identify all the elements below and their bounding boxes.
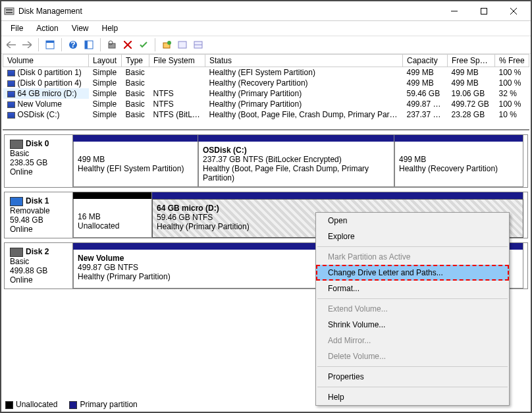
toolbar-btn-6[interactable]: [175, 38, 190, 52]
col-pctfree[interactable]: % Free: [495, 55, 529, 67]
legend-primary: Primary partition: [80, 400, 137, 409]
menubar: File Action View Help: [1, 21, 531, 36]
disk-name: Disk 2: [26, 247, 49, 256]
menu-file[interactable]: File: [5, 22, 28, 34]
disk-size: 238.35 GB: [10, 158, 67, 167]
disk-icon: [10, 197, 23, 206]
back-button[interactable]: [4, 38, 18, 52]
legend-unallocated: Unallocated: [16, 400, 57, 409]
toolbar-btn-1[interactable]: [43, 38, 57, 52]
menu-view[interactable]: View: [66, 22, 94, 34]
svg-rect-1: [6, 9, 13, 11]
minimize-button[interactable]: [439, 2, 469, 20]
col-capacity[interactable]: Capacity: [403, 55, 448, 67]
volume-row[interactable]: 64 GB micro (D:)SimpleBasicNTFSHealthy (…: [3, 88, 529, 99]
volume-icon: [7, 80, 15, 87]
disk-kind: Removable: [10, 206, 67, 215]
svg-rect-4: [481, 8, 487, 14]
svg-rect-2: [6, 12, 13, 13]
ctx-help[interactable]: Help: [316, 389, 509, 405]
volume-icon: [7, 112, 15, 119]
disk-name: Disk 1: [26, 196, 49, 206]
disk-icon: [10, 248, 23, 257]
disk-size: 59.48 GB: [10, 215, 67, 225]
delete-button[interactable]: [120, 38, 135, 52]
disk-state: Online: [10, 275, 67, 285]
disk-icon: [10, 140, 23, 149]
close-button[interactable]: [498, 2, 528, 20]
partition-label: OSDisk (C:): [203, 146, 390, 155]
menu-action[interactable]: Action: [31, 22, 63, 34]
col-volume[interactable]: Volume: [3, 55, 89, 67]
ctx-format[interactable]: Format...: [316, 281, 509, 296]
legend: Unallocated Primary partition: [5, 400, 138, 409]
volume-table[interactable]: Volume Layout Type File System Status Ca…: [3, 54, 529, 130]
toolbar: ?: [1, 36, 531, 54]
partition[interactable]: 16 MBUnallocated: [73, 199, 152, 238]
disk-info[interactable]: Disk 0Basic238.35 GBOnline: [5, 135, 73, 187]
partition[interactable]: 499 MBHealthy (Recovery Partition): [394, 142, 523, 187]
partition-status: Unallocated: [78, 221, 147, 231]
partition[interactable]: OSDisk (C:)237.37 GB NTFS (BitLocker Enc…: [198, 142, 394, 187]
partition-size: 237.37 GB NTFS (BitLocker Encrypted): [203, 155, 390, 164]
col-type[interactable]: Type: [122, 55, 149, 67]
disk-state: Online: [10, 225, 67, 234]
partition-status: Healthy (Recovery Partition): [399, 164, 519, 173]
partition-size: 16 MB: [78, 212, 147, 221]
col-free[interactable]: Free Space: [448, 55, 495, 67]
disk-size: 499.88 GB: [10, 266, 67, 275]
disk-kind: Basic: [10, 149, 67, 158]
ctx-properties[interactable]: Properties: [316, 369, 509, 385]
svg-rect-8: [46, 41, 54, 43]
svg-rect-19: [178, 41, 186, 48]
partition-status: Healthy (Boot, Page File, Crash Dump, Pr…: [203, 164, 390, 182]
ctx-shrink[interactable]: Shrink Volume...: [316, 317, 509, 333]
window-title: Disk Management: [18, 7, 439, 16]
menu-help[interactable]: Help: [97, 22, 124, 34]
toolbar-btn-7[interactable]: [191, 38, 205, 52]
svg-point-18: [167, 41, 171, 45]
partition[interactable]: 499 MBHealthy (EFI System Partition): [73, 142, 198, 187]
svg-text:?: ?: [70, 40, 75, 49]
disk-info[interactable]: Disk 2Basic499.88 GBOnline: [5, 243, 73, 289]
volume-row[interactable]: (Disk 0 partition 1)SimpleBasicHealthy (…: [3, 67, 529, 78]
svg-rect-12: [85, 41, 88, 49]
ctx-extend: Extend Volume...: [316, 301, 509, 317]
partition-size: 499 MB: [399, 155, 519, 164]
volume-row[interactable]: OSDisk (C:)SimpleBasicNTFS (BitLo...Heal…: [3, 109, 529, 120]
toolbar-btn-5[interactable]: [159, 38, 174, 52]
volume-row[interactable]: (Disk 0 partition 4)SimpleBasicHealthy (…: [3, 78, 529, 88]
titlebar: Disk Management: [1, 1, 531, 21]
disk-kind: Basic: [10, 257, 67, 266]
disk-state: Online: [10, 167, 67, 177]
partition-status: Healthy (EFI System Partition): [78, 164, 194, 173]
partition-label: 64 GB micro (D:): [157, 204, 519, 213]
volume-icon: [7, 70, 15, 76]
ctx-mirror: Add Mirror...: [316, 333, 509, 348]
ctx-mark-active: Mark Partition as Active: [316, 249, 509, 265]
forward-button[interactable]: [20, 38, 34, 52]
disk-info[interactable]: Disk 1Removable59.48 GBOnline: [5, 192, 73, 238]
volume-row[interactable]: New VolumeSimpleBasicNTFSHealthy (Primar…: [3, 99, 529, 109]
context-menu: Open Explore Mark Partition as Active Ch…: [315, 212, 510, 406]
ctx-open[interactable]: Open: [316, 213, 509, 229]
app-icon: [4, 6, 14, 16]
ctx-change-letter[interactable]: Change Drive Letter and Paths...: [316, 265, 509, 281]
help-button[interactable]: ?: [66, 38, 80, 52]
ctx-explore[interactable]: Explore: [316, 229, 509, 244]
maximize-button[interactable]: [469, 2, 498, 20]
disk-name: Disk 0: [26, 139, 49, 148]
volume-icon: [7, 101, 15, 108]
volume-icon: [7, 91, 15, 97]
partition-size: 499 MB: [78, 155, 194, 164]
toolbar-btn-2[interactable]: [82, 38, 96, 52]
disk-row: Disk 0Basic238.35 GBOnline 499 MBHealthy…: [4, 134, 528, 188]
col-status[interactable]: Status: [205, 55, 403, 67]
ctx-delete: Delete Volume...: [316, 348, 509, 364]
col-fs[interactable]: File System: [149, 55, 205, 67]
toolbar-btn-4[interactable]: [136, 38, 151, 52]
toolbar-btn-3[interactable]: [105, 38, 119, 52]
col-layout[interactable]: Layout: [89, 55, 122, 67]
svg-rect-0: [5, 8, 14, 14]
